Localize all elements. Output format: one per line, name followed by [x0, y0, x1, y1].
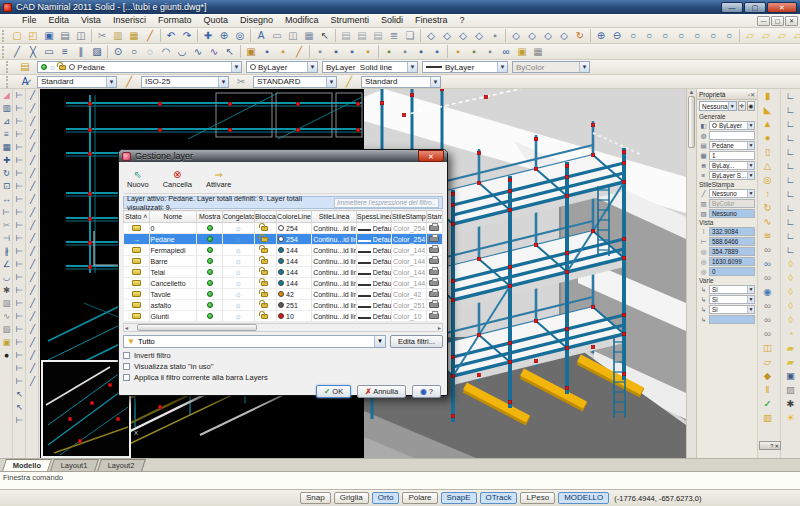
draw-solid-icon[interactable]: ╱	[26, 271, 39, 284]
ucs-named-icon[interactable]: ∟	[782, 243, 800, 257]
dim-cross-b-icon[interactable]: ⊢	[13, 141, 26, 154]
section-icon[interactable]: ▱	[759, 355, 777, 369]
block-ref-icon[interactable]: ▣	[243, 45, 259, 59]
viewport-single-icon[interactable]: ▭	[269, 29, 285, 43]
dim-linear-icon[interactable]: ⊢	[13, 89, 26, 102]
polyline-edit-icon[interactable]: ∿	[0, 310, 13, 323]
chevron-down-icon[interactable]: ▼	[326, 77, 336, 87]
plane-b-icon[interactable]: ◊	[782, 271, 800, 285]
solid-torus-icon[interactable]: ◎	[759, 173, 777, 187]
chevron-down-icon[interactable]: ▼	[307, 62, 317, 72]
arc-3p-icon[interactable]: ◡	[174, 45, 190, 59]
render-sphere-icon[interactable]: ◉	[759, 285, 777, 299]
text-style-icon[interactable]: A̷	[17, 75, 33, 89]
hatch-tool-icon[interactable]: ▨	[89, 45, 105, 59]
explode-icon[interactable]: ✱	[0, 284, 13, 297]
menu-vista[interactable]: Vista	[75, 14, 107, 27]
solid-fill-icon[interactable]: ▪	[450, 45, 466, 59]
draw-boundary-icon[interactable]: ╱	[26, 323, 39, 336]
menu-inserisci[interactable]: Inserisci	[107, 14, 152, 27]
view-nw-iso-icon[interactable]: ◇	[556, 29, 572, 43]
pan-icon[interactable]: ✚	[200, 29, 216, 43]
ucs-previous-icon[interactable]: ∟	[782, 103, 800, 117]
mdi-minimize-button[interactable]: —	[757, 16, 770, 26]
cylinders-icon[interactable]: ‖	[759, 383, 777, 397]
dim-oblique-icon[interactable]: ⊢	[13, 414, 26, 427]
chevron-down-icon[interactable]: ▼	[430, 77, 440, 87]
circle-3p-icon[interactable]: ◌	[142, 45, 158, 59]
minimize-button[interactable]: —	[721, 2, 743, 13]
column-header-colorelinea[interactable]: ColoreLinea	[277, 211, 312, 223]
dim-ordinate-icon[interactable]: ⊢	[13, 115, 26, 128]
subtract-icon[interactable]: ∞	[759, 257, 777, 271]
menu-?[interactable]: ?	[454, 14, 471, 27]
command-window[interactable]: Finestra comando	[0, 471, 800, 489]
column-header-stilestampa[interactable]: StileStampa	[391, 211, 426, 223]
arc-icon[interactable]: ◠	[158, 45, 174, 59]
status-toggle-griglia[interactable]: Griglia	[334, 492, 369, 504]
bucket-fill-icon[interactable]: ◆	[759, 369, 777, 383]
erase-icon[interactable]: ◢	[0, 89, 13, 102]
empty-field[interactable]	[709, 131, 755, 140]
solid-sweep-icon[interactable]: ∿	[759, 215, 777, 229]
dim-inspect-icon[interactable]: ⊢	[13, 375, 26, 388]
print-icon[interactable]: ▤	[57, 29, 73, 43]
toolbar-grip[interactable]	[2, 30, 7, 42]
toolbar-grip[interactable]	[6, 76, 11, 88]
slice-icon[interactable]: ◫	[759, 341, 777, 355]
layer-row-Telai[interactable]: Telai☼144Continu...id line DefaultColor_…	[124, 267, 443, 278]
draw-line-icon[interactable]: ╱	[26, 89, 39, 102]
style-pen-icon[interactable]: ▪	[360, 45, 376, 59]
column-header-congelato[interactable]: Congelato	[222, 211, 254, 223]
vista-value-field[interactable]: 588.6466	[709, 237, 755, 246]
spline-icon[interactable]: ∿	[206, 45, 222, 59]
menu-file[interactable]: File	[16, 14, 43, 27]
dim-arc-icon[interactable]: ⊢	[13, 362, 26, 375]
pin-icon[interactable]: ▫✕	[748, 91, 755, 98]
layer-row-Barre[interactable]: Barre☼144Continu...id line DefaultColor_…	[124, 256, 443, 267]
mdi-restore-button[interactable]: ▢	[771, 16, 784, 26]
vista-value-field[interactable]: 0	[709, 267, 755, 276]
varie-value-field[interactable]: Si▼	[709, 305, 755, 314]
mleader-style-icon[interactable]: ╱	[341, 75, 357, 89]
text-a-icon[interactable]: ▪	[328, 45, 344, 59]
maximize-button[interactable]: ▢	[744, 2, 766, 13]
table-style-combo[interactable]: STANDARD ▼	[253, 76, 337, 88]
linetype-field[interactable]: ByLay...▼	[709, 161, 755, 170]
checkbox-0[interactable]: Inverti filtro	[123, 351, 443, 360]
sheet-set-c-icon[interactable]: ▤	[370, 29, 386, 43]
ucs-origin-icon[interactable]: ∟	[782, 159, 800, 173]
layer-row-Giunti[interactable]: Giunti☼10Continu...id line DefaultColor_…	[124, 311, 443, 322]
push-a-icon[interactable]: ▪	[466, 45, 482, 59]
dim-perpendicular-icon[interactable]: ⊢	[13, 167, 26, 180]
new-layer-button[interactable]: ⇖Nuovo	[127, 169, 149, 189]
image-b-icon[interactable]: ▪	[397, 45, 413, 59]
circle-2p-icon[interactable]: ○	[126, 45, 142, 59]
plane-a-icon[interactable]: ◊	[782, 257, 800, 271]
draw-region-icon[interactable]: ╱	[26, 284, 39, 297]
sheet-set-a-icon[interactable]: ▤	[338, 29, 354, 43]
ucs-y-icon[interactable]: ∟	[782, 215, 800, 229]
construction-line-icon[interactable]: ╳	[25, 45, 41, 59]
menu-disegno[interactable]: Disegno	[234, 14, 279, 27]
draw-xline-icon[interactable]: ╱	[26, 115, 39, 128]
layer-row-0[interactable]: 0☼254Continu...id line DefaultColor_254	[124, 223, 443, 234]
dim-style-tool-icon[interactable]: ⊢	[13, 284, 26, 297]
undo-icon[interactable]: ↶	[163, 29, 179, 43]
solid-box-icon[interactable]: ▮	[759, 89, 777, 103]
dim-style-icon[interactable]: ╱	[121, 75, 137, 89]
note-3-icon[interactable]: ▱	[774, 29, 790, 43]
vista-value-field[interactable]: 1630.6099	[709, 257, 755, 266]
draw-circle-icon[interactable]: ╱	[26, 180, 39, 193]
edit-filters-button[interactable]: Edita filtri...	[390, 335, 443, 348]
draw-revcloud-icon[interactable]: ╱	[26, 193, 39, 206]
menu-strumenti[interactable]: Strumenti	[325, 14, 376, 27]
print-preview-icon[interactable]: ◫	[73, 29, 89, 43]
thickness-field[interactable]: 1	[709, 151, 755, 160]
column-header-stato[interactable]: Stato ˄	[124, 211, 150, 223]
window-new-icon[interactable]: ❏	[402, 29, 418, 43]
point-tool-icon[interactable]: ▪	[312, 45, 328, 59]
note-1-icon[interactable]: ▱	[742, 29, 758, 43]
dim-continue-icon[interactable]: ⊢	[13, 245, 26, 258]
link-tool-icon[interactable]: ∞	[498, 45, 514, 59]
